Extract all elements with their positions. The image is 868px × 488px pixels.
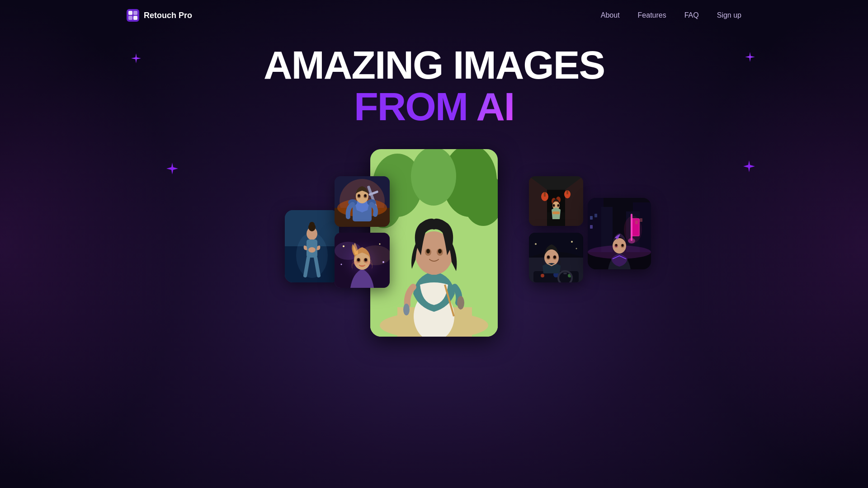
svg-point-21	[457, 296, 464, 310]
navbar: Retouch Pro About Features FAQ Sign up	[0, 0, 868, 31]
nav-links: About Features FAQ Sign up	[601, 11, 741, 19]
yoga-illustration	[285, 210, 339, 282]
svg-point-113	[613, 245, 618, 248]
card-right-far	[588, 198, 651, 269]
hero-title-line2: FROM AI	[0, 85, 868, 129]
card-right-bottom	[529, 233, 583, 282]
nav-item-signup[interactable]: Sign up	[717, 11, 741, 19]
svg-rect-104	[594, 214, 597, 217]
svg-point-91	[535, 243, 537, 245]
sparkle-top-right-icon	[745, 52, 755, 64]
svg-point-59	[382, 261, 384, 263]
nav-item-about[interactable]: About	[601, 11, 620, 19]
svg-point-52	[357, 258, 360, 262]
sparkle-top-left-icon	[131, 53, 141, 65]
svg-point-28	[309, 222, 315, 227]
svg-point-54	[353, 261, 359, 265]
svg-point-19	[426, 249, 430, 253]
hero-from-text: FROM	[354, 84, 467, 129]
svg-rect-70	[552, 211, 560, 214]
hero-ai-text: AI	[476, 84, 514, 129]
svg-point-87	[547, 256, 550, 259]
japan-illustration	[529, 176, 583, 226]
svg-point-79	[541, 274, 544, 277]
logo-icon	[127, 9, 139, 22]
svg-point-89	[571, 241, 573, 243]
svg-point-53	[364, 258, 367, 262]
svg-rect-1	[128, 11, 132, 15]
nav-link-about[interactable]: About	[601, 11, 620, 19]
svg-rect-83	[563, 272, 567, 274]
svg-point-30	[308, 247, 316, 253]
svg-point-40	[364, 194, 367, 197]
svg-point-58	[341, 264, 342, 265]
svg-point-114	[624, 216, 642, 243]
svg-point-39	[358, 194, 360, 197]
svg-rect-4	[133, 16, 137, 20]
svg-rect-105	[590, 225, 593, 229]
svg-point-112	[622, 244, 624, 247]
svg-point-56	[343, 245, 344, 247]
svg-point-22	[403, 304, 410, 315]
svg-rect-3	[128, 16, 132, 20]
svg-point-57	[379, 244, 381, 245]
svg-rect-107	[640, 218, 642, 222]
card-left-bottom	[335, 233, 390, 288]
fantasy-illustration	[335, 233, 390, 288]
svg-point-74	[557, 204, 559, 206]
svg-point-88	[553, 256, 556, 259]
hero-title-line1: AMAZING IMAGES	[0, 45, 868, 85]
svg-point-20	[438, 249, 442, 253]
nav-link-features[interactable]: Features	[638, 11, 666, 19]
card-left-large	[285, 210, 339, 282]
svg-rect-103	[590, 216, 593, 220]
hero-illustration	[335, 176, 390, 227]
svg-point-8	[411, 149, 456, 206]
nav-item-features[interactable]: Features	[638, 11, 666, 19]
cyber-illustration	[588, 198, 651, 269]
nav-link-signup[interactable]: Sign up	[717, 11, 741, 19]
card-right-top	[529, 176, 583, 226]
sparkle-mid-right-icon	[743, 160, 755, 174]
svg-rect-65	[566, 190, 568, 194]
svg-point-55	[366, 261, 371, 265]
svg-rect-63	[544, 192, 546, 197]
svg-rect-2	[133, 11, 137, 15]
nav-link-faq[interactable]: FAQ	[684, 11, 699, 19]
logo-text: Retouch Pro	[144, 11, 192, 20]
car-illustration	[529, 233, 583, 282]
cards-area	[0, 140, 868, 488]
svg-point-90	[576, 248, 577, 249]
sparkle-mid-left-icon	[166, 163, 178, 176]
card-left-top	[335, 176, 390, 227]
svg-point-73	[553, 204, 555, 206]
logo[interactable]: Retouch Pro	[127, 9, 192, 22]
svg-rect-0	[127, 9, 139, 22]
nav-item-faq[interactable]: FAQ	[684, 11, 699, 19]
